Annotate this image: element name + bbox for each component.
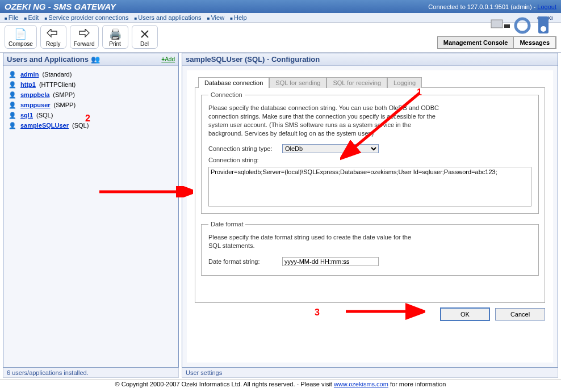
tab-logging[interactable]: Logging — [387, 77, 422, 88]
copyright-footer: © Copyright 2000-2007 Ozeki Informatics … — [0, 379, 561, 389]
connection-fieldset: Connection Please specify the database c… — [201, 91, 539, 214]
user-row[interactable]: 👤http1(HTTPClient) — [8, 79, 174, 90]
delete-button[interactable]: Del — [132, 25, 158, 49]
title-bar: OZEKI NG - SMS GATEWAY Connected to 127.… — [0, 0, 561, 13]
menu-edit[interactable]: ■Edit — [24, 14, 39, 21]
status-users-count: 6 users/applications installed. — [3, 368, 179, 378]
user-icon: 👤 — [8, 70, 17, 78]
menu-help[interactable]: ■Help — [230, 14, 246, 21]
svg-rect-2 — [504, 24, 510, 28]
logout-link[interactable]: Logout — [537, 3, 556, 10]
print-icon: 🖨️ — [106, 27, 124, 41]
user-gear-icon: 👤 — [8, 121, 17, 129]
user-link[interactable]: sql1 — [20, 112, 33, 119]
compose-button[interactable]: 📄Compose — [5, 25, 37, 49]
forward-button[interactable]: Forward — [70, 25, 99, 49]
cancel-button[interactable]: Cancel — [495, 308, 545, 321]
users-panel-header: Users and Applications 👥 +Add — [3, 53, 178, 66]
ozeki-link[interactable]: www.ozekisms.com — [334, 381, 388, 387]
delete-icon — [136, 27, 154, 41]
user-link[interactable]: smppuser — [20, 102, 51, 108]
ok-button[interactable]: OK — [440, 307, 490, 321]
dateformat-input[interactable] — [282, 257, 379, 266]
reply-button[interactable]: Reply — [40, 25, 66, 49]
user-link[interactable]: admin — [20, 71, 39, 78]
config-panel: sampleSQLUser (SQL) - Configuration Data… — [182, 53, 558, 368]
svg-point-3 — [516, 19, 529, 32]
user-row[interactable]: 👤smppbela(SMPP) — [8, 90, 174, 100]
menu-file[interactable]: ■File — [5, 14, 19, 21]
top-tabbar: Management Console Messages — [437, 36, 556, 49]
connection-help: Please specify the database connection s… — [208, 104, 447, 137]
tab-sql-receiving[interactable]: SQL for receiving — [326, 77, 387, 88]
user-row[interactable]: 👤smppuser(SMPP) — [8, 100, 174, 110]
user-link[interactable]: sampleSQLUser — [20, 122, 69, 129]
tab-sql-sending[interactable]: SQL for sending — [269, 77, 326, 88]
user-row[interactable]: 👤sql1(SQL) — [8, 110, 174, 120]
user-row[interactable]: 👤sampleSQLUser(SQL) — [8, 120, 174, 130]
user-link[interactable]: smppbela — [20, 91, 49, 98]
status-bar: 6 users/applications installed. User set… — [0, 368, 561, 379]
tab-management-console[interactable]: Management Console — [438, 37, 514, 48]
user-gear-icon: 👤 — [8, 101, 17, 109]
add-user-link[interactable]: +Add — [161, 56, 175, 62]
connection-type-select[interactable]: OleDb — [282, 144, 379, 153]
compose-icon: 📄 — [9, 27, 33, 41]
connection-string-textarea[interactable]: Provider=sqloledb;Server=(local)\SQLExpr… — [208, 167, 531, 206]
print-button[interactable]: 🖨️Print — [102, 25, 128, 49]
config-panel-header: sampleSQLUser (SQL) - Configuration — [182, 53, 558, 66]
connection-status: Connected to 127.0.0.1:9501 (admin) - Lo… — [428, 3, 556, 10]
user-gear-icon: 👤 — [8, 111, 17, 119]
status-context: User settings — [182, 368, 558, 378]
app-title: OZEKI NG - SMS GATEWAY — [5, 2, 116, 11]
svg-rect-1 — [491, 20, 503, 28]
dateformat-label: Date format string: — [208, 258, 282, 265]
user-row[interactable]: 👤admin(Standard) — [8, 69, 174, 79]
toolbar: 📄Compose Reply Forward 🖨️Print Del Manag… — [0, 23, 561, 53]
users-icon: 👥 — [91, 55, 100, 64]
tab-messages[interactable]: Messages — [514, 37, 556, 48]
users-panel: Users and Applications 👥 +Add 👤admin(Sta… — [3, 53, 179, 368]
ozeki-logo: OZEKI — [488, 13, 556, 38]
dateformat-fieldset: Date format Please specify the date form… — [201, 221, 539, 276]
reply-icon — [44, 27, 62, 41]
menu-users-apps[interactable]: ■Users and applications — [134, 14, 201, 21]
forward-icon — [74, 27, 95, 41]
config-tabs: Database connection SQL for sending SQL … — [198, 77, 545, 88]
connection-string-label: Connection string: — [208, 157, 282, 163]
menu-view[interactable]: ■View — [207, 14, 225, 21]
users-list: 👤admin(Standard) 👤http1(HTTPClient) 👤smp… — [3, 66, 178, 134]
connection-type-label: Connection string type: — [208, 145, 282, 152]
user-gear-icon: 👤 — [8, 91, 17, 99]
tab-database-connection[interactable]: Database connection — [198, 77, 269, 88]
menu-service-provider[interactable]: ■Service provider connections — [44, 14, 128, 21]
dateformat-help: Please specify the date format string us… — [208, 233, 424, 250]
user-link[interactable]: http1 — [20, 81, 36, 88]
svg-point-5 — [541, 26, 546, 32]
user-icon: 👤 — [8, 81, 17, 88]
menu-bar: ■File ■Edit ■Service provider connection… — [0, 13, 561, 23]
